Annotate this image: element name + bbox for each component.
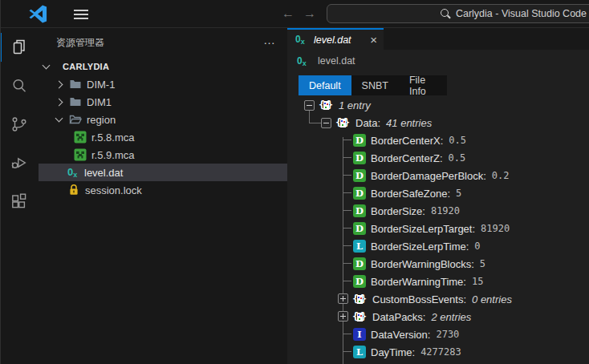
compound-tag-icon (336, 116, 349, 129)
tree-line (338, 220, 351, 237)
compound-tag-icon (353, 293, 366, 305)
double-tag-icon: D (353, 204, 366, 217)
nbt-row[interactable]: I DataVersion: 2730 (287, 326, 589, 343)
menu-hamburger-icon[interactable] (74, 7, 90, 20)
activitybar-extensions[interactable] (0, 182, 39, 220)
nbt-row-data[interactable]: Data: 41 entries (287, 114, 589, 131)
nbt-row[interactable]: L BorderSizeLerpTime: 0 (287, 237, 589, 255)
extensions-icon (10, 192, 29, 211)
nbt-file-icon (295, 34, 309, 46)
nbt-row[interactable]: D BorderSizeLerpTarget: 81920 (287, 220, 589, 237)
double-tag-icon: D (353, 257, 366, 270)
tree-line (338, 290, 351, 308)
nav-forward-icon[interactable] (302, 4, 318, 23)
nbt-row[interactable]: D BorderDamagePerBlock: 0.2 (287, 167, 589, 184)
folder-closed-icon (69, 95, 82, 108)
nbt-row[interactable]: D BorderWarningBlocks: 5 (287, 255, 589, 273)
expand-icon[interactable] (338, 293, 348, 304)
double-tag-icon: D (353, 187, 366, 200)
tree-item-leveldat[interactable]: level.dat (39, 164, 287, 181)
creeper-file-icon (74, 131, 87, 144)
chevron-down-icon (43, 62, 51, 70)
tree-line (338, 326, 351, 343)
tab-leveldat[interactable]: level.dat (287, 28, 384, 50)
breadcrumb[interactable]: level.dat (287, 50, 589, 72)
editor-tab-bar: level.dat (287, 28, 589, 50)
double-tag-icon: D (353, 275, 366, 288)
tree-line (338, 308, 351, 326)
collapse-icon[interactable] (321, 118, 331, 128)
nbt-row[interactable]: L DayTime: 4277283 (287, 343, 589, 361)
compound-tag-icon (353, 310, 366, 323)
tree-item-r58mca[interactable]: r.5.8.mca (39, 128, 287, 146)
tree-line (338, 167, 351, 184)
tree-line (338, 184, 351, 202)
collapse-icon[interactable] (304, 100, 315, 111)
tree-line (338, 131, 351, 149)
tree-root-carlydia[interactable]: CARLYDIA (39, 58, 287, 75)
nbt-row[interactable]: D BorderCenterX: 0.5 (287, 131, 589, 149)
expand-icon[interactable] (338, 311, 348, 322)
compound-tag-icon (319, 99, 332, 111)
long-tag-icon: L (353, 346, 366, 358)
nbt-file-icon (67, 166, 81, 179)
activity-bar (0, 28, 39, 364)
vscode-window: { "titlebar": { "window_title": "Carlydi… (0, 0, 589, 364)
view-tabs: Default SNBT File Info (299, 75, 447, 95)
search-icon (440, 8, 451, 19)
int-tag-icon: I (353, 328, 366, 341)
double-tag-icon: D (353, 222, 366, 235)
folder-open-icon (69, 113, 82, 126)
double-tag-icon: D (353, 134, 366, 147)
nbt-row[interactable]: D BorderSafeZone: 5 (287, 184, 589, 202)
files-icon (10, 38, 29, 57)
tree-item-sessionlock[interactable]: session.lock (39, 181, 287, 199)
tab-file-info[interactable]: File Info (399, 75, 447, 95)
search-icon (10, 76, 29, 95)
vscode-logo-icon (29, 5, 47, 23)
activitybar-run-debug[interactable] (0, 144, 39, 182)
activitybar-explorer[interactable] (0, 28, 39, 67)
nbt-row[interactable]: D BorderCenterZ: 0.5 (287, 149, 589, 167)
explorer-sidebar: 资源管理器 CARLYDIA DIM-1 DIM1 region (39, 28, 287, 364)
chevron-down-icon (55, 115, 63, 123)
debug-icon (10, 153, 29, 172)
tree-item-region[interactable]: region (39, 111, 287, 128)
chevron-right-icon (55, 80, 63, 88)
long-tag-icon: L (353, 240, 366, 253)
tab-default[interactable]: Default (299, 75, 351, 95)
nbt-row[interactable]: D BorderWarningTime: 15 (287, 273, 589, 290)
tree-line (338, 273, 351, 290)
chevron-right-icon (55, 98, 63, 106)
tree-line (338, 343, 351, 361)
tree-item-dim-1[interactable]: DIM-1 (39, 75, 287, 93)
close-icon[interactable] (370, 34, 377, 46)
nbt-row-root[interactable]: 1 entry (287, 96, 589, 114)
tab-snbt[interactable]: SNBT (351, 75, 399, 95)
more-actions-icon[interactable] (263, 36, 276, 50)
double-tag-icon: D (353, 152, 366, 164)
nbt-row[interactable]: D BorderSize: 81920 (287, 202, 589, 220)
window-title-text: Carlydia - Visual Studio Code (456, 8, 587, 19)
nbt-file-icon (297, 55, 311, 67)
sidebar-title: 资源管理器 (56, 36, 263, 50)
tree-line (338, 149, 351, 167)
activitybar-source-control[interactable] (0, 105, 39, 144)
folder-closed-icon (69, 78, 82, 91)
activitybar-search[interactable] (0, 67, 39, 105)
command-center-search[interactable]: Carlydia - Visual Studio Code (327, 4, 589, 23)
tree-item-r59mca[interactable]: r.5.9.mca (39, 146, 287, 164)
nbt-row-custombossevents[interactable]: CustomBossEvents: 0 entries (287, 290, 589, 308)
nbt-tree: 1 entry Data: 41 entries D BorderCenterX… (287, 96, 589, 364)
nav-back-icon[interactable] (280, 4, 296, 23)
source-control-icon (10, 115, 29, 134)
nbt-row-datapacks[interactable]: DataPacks: 2 entries (287, 308, 589, 326)
tree-line (338, 237, 351, 255)
tree-line (338, 255, 351, 273)
sidebar-header: 资源管理器 (39, 28, 287, 58)
creeper-file-icon (74, 148, 87, 161)
title-bar: Carlydia - Visual Studio Code (0, 0, 589, 28)
double-tag-icon: D (353, 169, 366, 182)
tree-line (338, 202, 351, 220)
tree-item-dim1[interactable]: DIM1 (39, 93, 287, 111)
